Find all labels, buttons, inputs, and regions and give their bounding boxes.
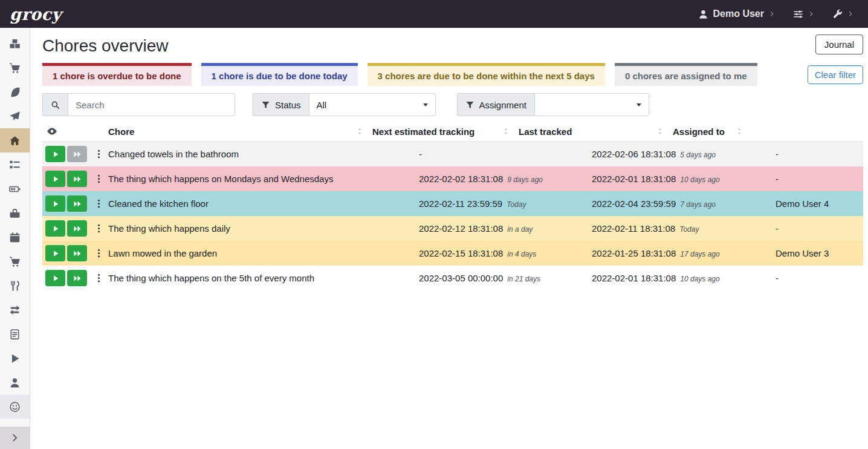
chore-row: The thing which happens on Mondays and W…	[42, 166, 863, 191]
filter-icon	[261, 100, 270, 110]
skip-chore-button[interactable]	[67, 195, 87, 212]
assignment-select[interactable]	[534, 93, 649, 116]
last-tracked-date: 2022-02-04 23:59:59	[592, 198, 676, 209]
row-actions	[42, 195, 108, 213]
sidebar-item-battery-tracking[interactable]	[0, 370, 30, 395]
sidebar-item-inventory[interactable]	[0, 322, 30, 346]
clear-filter-button[interactable]: Clear filter	[808, 65, 863, 84]
track-chore-execution-button[interactable]	[45, 270, 65, 286]
search-icon	[51, 100, 60, 110]
sidebar-item-purchase[interactable]	[0, 249, 30, 274]
sidebar-expand-toggle[interactable]	[0, 427, 30, 449]
assigned-to: -	[776, 174, 863, 184]
sidebar-item-meal-plan[interactable]	[0, 104, 30, 128]
sidebar-item-recipes[interactable]	[0, 80, 30, 104]
chore-row: The thing which happens on the 5th of ev…	[42, 266, 863, 290]
next-estimated-tracking-date: 2022-02-11 23:59:59	[419, 198, 502, 209]
column-header-visibility[interactable]	[42, 126, 108, 137]
admin-tools-menu[interactable]	[832, 9, 853, 19]
sidebar-item-equipment[interactable]	[0, 201, 30, 225]
table-header-wrap: Chore Next estimated tracking Last track…	[42, 122, 863, 142]
summary-card-assigned-to-me[interactable]: 0 chores are assigned to me	[615, 63, 757, 86]
home-icon	[9, 135, 21, 146]
skip-chore-button[interactable]	[67, 270, 87, 286]
chore-row-menu-button[interactable]	[91, 220, 106, 238]
next-estimated-tracking-timeago: 9 days ago	[507, 175, 543, 184]
search-input[interactable]	[68, 93, 235, 116]
chore-row-menu-button[interactable]	[91, 244, 106, 263]
sidebar-item-transfer[interactable]	[0, 298, 30, 322]
track-chore-execution-button[interactable]	[45, 220, 65, 237]
column-header-assigned-to[interactable]: Assigned to	[673, 126, 752, 137]
user-menu-label: Demo User	[713, 8, 764, 19]
feather-icon	[9, 87, 21, 98]
last-tracked: 2022-02-04 23:59:597 days ago	[592, 198, 776, 209]
skip-chore-button[interactable]	[67, 220, 87, 237]
summary-card-due-next-5-days[interactable]: 3 chores are due to be done within the n…	[368, 63, 605, 86]
kebab-icon	[94, 174, 104, 184]
settings-menu[interactable]	[793, 9, 814, 19]
chore-name: Cleaned the kitchen floor	[108, 198, 419, 209]
toolbox-icon	[9, 208, 21, 219]
chore-name: Lawn mowed in the garden	[108, 248, 419, 258]
column-header-label: Last tracked	[519, 126, 572, 137]
summary-card-due-today[interactable]: 1 chore is due to be done today	[201, 63, 358, 86]
next-estimated-tracking-timeago: in 21 days	[507, 275, 540, 283]
skip-chore-button[interactable]	[67, 171, 87, 187]
tasks-icon	[9, 159, 21, 171]
last-tracked: 2022-02-06 18:31:085 days ago	[592, 149, 776, 160]
last-tracked-date: 2022-02-01 18:31:08	[592, 174, 676, 184]
column-header-label: Chore	[108, 126, 134, 137]
search-prefix	[42, 93, 68, 116]
skip-chore-button[interactable]	[67, 245, 87, 261]
summary-card-overdue[interactable]: 1 chore is overdue to be done	[42, 63, 192, 86]
column-header-last-tracked[interactable]: Last tracked	[519, 126, 673, 137]
sidebar-item-chore-tracking[interactable]	[0, 346, 30, 370]
sort-icon	[656, 127, 664, 136]
sidebar-item-shopping-list[interactable]	[0, 56, 30, 80]
track-chore-execution-button[interactable]	[45, 245, 65, 261]
chore-row-menu-button[interactable]	[91, 170, 106, 188]
summary-cards: 1 chore is overdue to be done1 chore is …	[42, 63, 757, 86]
next-estimated-tracking: 2022-02-02 18:31:089 days ago	[419, 174, 592, 185]
sidebar-item-stock-overview[interactable]	[0, 31, 30, 56]
sidebar-item-calendar[interactable]	[0, 225, 30, 249]
assigned-to: -	[776, 273, 863, 283]
chevron-right-icon	[10, 433, 19, 442]
sidebar-item-batteries-overview[interactable]	[0, 177, 30, 201]
sidebar-item-chores-overview[interactable]	[0, 128, 30, 152]
last-tracked: 2022-02-01 18:31:0810 days ago	[592, 273, 776, 284]
track-chore-execution-button[interactable]	[45, 195, 65, 212]
track-chore-execution-button[interactable]	[45, 146, 65, 162]
column-header-next-estimated-tracking[interactable]: Next estimated tracking	[372, 126, 519, 137]
user-menu[interactable]: Demo User	[698, 8, 775, 19]
page-title: Chores overview	[42, 34, 169, 57]
last-tracked-timeago: 10 days ago	[680, 275, 719, 283]
journal-button[interactable]: Journal	[815, 34, 863, 54]
search-group	[42, 93, 235, 116]
user-icon	[698, 9, 708, 19]
chore-row-menu-button[interactable]	[91, 269, 106, 287]
next-estimated-tracking-timeago: in 4 days	[507, 250, 536, 258]
assignment-filter-label: Assignment	[479, 100, 526, 110]
row-actions	[42, 244, 108, 263]
sidebar-item-consume[interactable]	[0, 274, 30, 298]
track-chore-execution-button[interactable]	[45, 171, 65, 187]
chore-row-menu-button[interactable]	[91, 195, 106, 213]
chore-row-menu-button[interactable]	[91, 145, 106, 163]
kebab-icon	[94, 223, 104, 234]
kebab-icon	[94, 273, 104, 283]
battery-icon	[9, 183, 21, 195]
last-tracked: 2022-02-11 18:31:08Today	[592, 223, 776, 234]
next-estimated-tracking-date: 2022-02-02 18:31:08	[419, 174, 503, 184]
next-estimated-tracking: 2022-02-15 18:31:08in 4 days	[419, 248, 592, 259]
status-select[interactable]: All	[309, 93, 436, 116]
last-tracked-date: 2022-02-06 18:31:08	[592, 149, 676, 159]
chore-row: Changed towels in the bathroom-2022-02-0…	[42, 142, 863, 166]
column-header-chore[interactable]: Chore	[108, 126, 372, 137]
last-tracked-date: 2022-01-25 18:31:08	[592, 248, 676, 258]
sidebar-item-userentity[interactable]	[0, 395, 30, 419]
sidebar-item-tasks[interactable]	[0, 152, 30, 177]
grocy-logo[interactable]: grocy	[10, 5, 62, 24]
filter-bar: Status All Assignment	[42, 93, 863, 116]
